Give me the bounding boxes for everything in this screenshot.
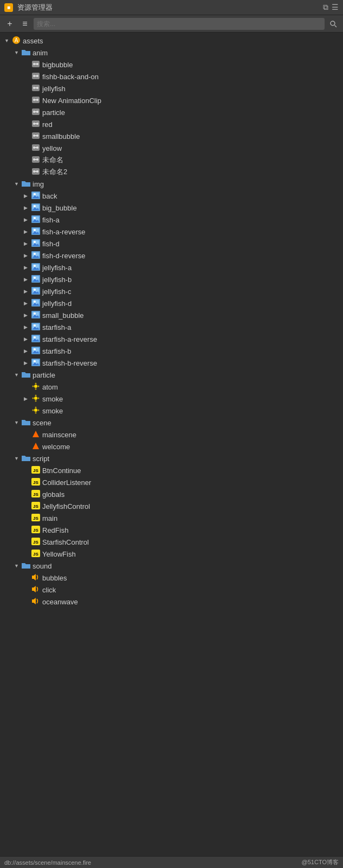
tree-item-starfishcontrol[interactable]: JSStarfishControl — [0, 536, 343, 548]
svg-point-90 — [34, 324, 36, 327]
tree-item-smoke2[interactable]: smoke — [0, 405, 343, 417]
tree-item-click[interactable]: click — [0, 584, 343, 596]
asset-tree: ▼Aassets▼animbigbubblefishb-back-and-onj… — [0, 33, 343, 610]
tree-item-starfish-a-reverse[interactable]: ▶starfish-a-reverse — [0, 333, 343, 345]
particle-icon — [31, 394, 40, 404]
tree-item-jellyfish-d[interactable]: ▶jellyfish-d — [0, 297, 343, 309]
tree-item-big_bubble[interactable]: ▶big_bubble — [0, 202, 343, 214]
svg-point-109 — [34, 397, 37, 400]
tree-item-jellyfish-a[interactable]: ▶jellyfish-a — [0, 261, 343, 273]
tree-item-fish-d[interactable]: ▶fish-d — [0, 238, 343, 250]
tree-item-anim[interactable]: ▼anim — [0, 47, 343, 59]
tree-item-oceanwave[interactable]: oceanwave — [0, 596, 343, 608]
tree-item-smoke-group[interactable]: ▶smoke — [0, 393, 343, 405]
svg-rect-27 — [34, 123, 37, 124]
sort-button[interactable]: ≡ — [18, 17, 31, 30]
app-icon: ■ — [4, 3, 13, 12]
tree-item-label: starfish-b — [42, 347, 71, 355]
tree-item-fish-a-reverse[interactable]: ▶fish-a-reverse — [0, 226, 343, 238]
menu-button[interactable]: ☰ — [332, 3, 339, 12]
svg-rect-19 — [34, 99, 37, 100]
tree-item-jellyfishcontrol[interactable]: JSJellyfishControl — [0, 500, 343, 512]
tree-item-fishb-back-and-on[interactable]: fishb-back-and-on — [0, 71, 343, 82]
arrow-right-icon: ▶ — [24, 360, 31, 366]
tree-item-yellowfish[interactable]: JSYellowFish — [0, 548, 343, 560]
svg-rect-15 — [34, 87, 37, 88]
arrow-right-icon: ▶ — [24, 193, 31, 199]
tree-item-colliderlistener[interactable]: JSColliderListener — [0, 476, 343, 488]
svg-point-107 — [33, 385, 34, 387]
sprite-icon — [31, 192, 40, 201]
tree-item-label: New AnimationClip — [42, 97, 101, 105]
tree-item-label: bigbubble — [42, 61, 73, 69]
tree-item-bigbubble[interactable]: bigbubble — [0, 59, 343, 71]
arrow-down-icon: ▼ — [14, 50, 22, 55]
arrow-down-icon: ▼ — [14, 372, 22, 378]
tree-item-unnamed2[interactable]: 未命名2 — [0, 166, 343, 178]
tree-item-label: fish-d-reverse — [42, 252, 85, 260]
tree-item-unnamed1[interactable]: 未命名 — [0, 154, 343, 166]
tree-item-label: mainscene — [42, 431, 76, 439]
tree-item-particle[interactable]: particle — [0, 106, 343, 118]
statusbar-path: db://assets/scene/mainscene.fire — [4, 859, 91, 866]
svg-point-78 — [34, 289, 36, 291]
tree-item-label: red — [42, 120, 53, 129]
tree-item-img[interactable]: ▼img — [0, 178, 343, 190]
arrow-right-icon: ▶ — [24, 217, 31, 222]
tree-item-welcome[interactable]: welcome — [0, 441, 343, 452]
add-button[interactable]: + — [3, 17, 16, 30]
svg-text:JS: JS — [33, 528, 38, 533]
tree-item-bubbles[interactable]: bubbles — [0, 572, 343, 584]
tree-item-back[interactable]: ▶back — [0, 190, 343, 202]
tree-item-fish-d-reverse[interactable]: ▶fish-d-reverse — [0, 250, 343, 261]
tree-item-main[interactable]: JSmain — [0, 512, 343, 524]
script-icon: JS — [31, 538, 40, 547]
svg-point-116 — [38, 409, 40, 411]
tree-item-jellyfish-c[interactable]: ▶jellyfish-c — [0, 285, 343, 297]
tree-item-btncontinue[interactable]: JSBtnContinue — [0, 464, 343, 476]
tree-item-yellow[interactable]: yellow — [0, 142, 343, 154]
arrow-down-icon: ▼ — [14, 420, 22, 425]
search-input[interactable] — [34, 18, 325, 30]
search-button[interactable] — [327, 17, 340, 30]
tree-item-jellyfish[interactable]: jellyfish — [0, 82, 343, 94]
title-bar: ■ 资源管理器 ⧉ ☰ — [0, 0, 343, 15]
arrow-right-icon: ▶ — [24, 253, 31, 258]
tree-item-label: fish-a-reverse — [42, 228, 85, 236]
tree-item-label: click — [42, 586, 56, 594]
tree-item-assets[interactable]: ▼Aassets — [0, 35, 343, 47]
tree-item-starfish-b-reverse[interactable]: ▶starfish-b-reverse — [0, 357, 343, 369]
svg-point-118 — [35, 412, 37, 413]
tree-item-redfish[interactable]: JSRedFish — [0, 524, 343, 536]
tree-item-mainscene[interactable]: mainscene — [0, 429, 343, 441]
tree-item-atom[interactable]: atom — [0, 381, 343, 393]
arrow-right-icon: ▶ — [24, 336, 31, 342]
statusbar: db://assets/scene/mainscene.fire @51CTO博… — [0, 856, 343, 868]
tree-item-particle-folder[interactable]: ▼particle — [0, 369, 343, 381]
sprite-icon — [31, 287, 40, 296]
tree-item-red[interactable]: red — [0, 118, 343, 130]
svg-rect-138 — [32, 588, 34, 591]
tree-item-script-folder[interactable]: ▼script — [0, 452, 343, 464]
tree-item-globals[interactable]: JSglobals — [0, 488, 343, 500]
svg-marker-120 — [33, 443, 39, 449]
tree-item-fish-a[interactable]: ▶fish-a — [0, 214, 343, 226]
svg-rect-23 — [34, 111, 37, 112]
svg-point-94 — [34, 336, 36, 339]
tree-item-starfish-b[interactable]: ▶starfish-b — [0, 345, 343, 357]
tree-item-label: script — [33, 455, 49, 463]
tree-item-new-animationclip[interactable]: New AnimationClip — [0, 94, 343, 106]
tree-item-starfish-a[interactable]: ▶starfish-a — [0, 321, 343, 333]
tree-item-small_bubble[interactable]: ▶small_bubble — [0, 309, 343, 321]
tree-item-scene-folder[interactable]: ▼scene — [0, 417, 343, 429]
tree-item-smallbubble[interactable]: smallbubble — [0, 130, 343, 142]
svg-point-105 — [35, 382, 37, 384]
arrow-down-icon: ▼ — [4, 38, 12, 43]
restore-button[interactable]: ⧉ — [323, 3, 328, 12]
tree-item-label: globals — [42, 490, 64, 499]
tree-item-jellyfish-b[interactable]: ▶jellyfish-b — [0, 273, 343, 285]
script-icon: JS — [31, 466, 40, 475]
anim-icon — [31, 120, 40, 129]
svg-line-1 — [335, 25, 337, 27]
tree-item-sound-folder[interactable]: ▼sound — [0, 560, 343, 572]
